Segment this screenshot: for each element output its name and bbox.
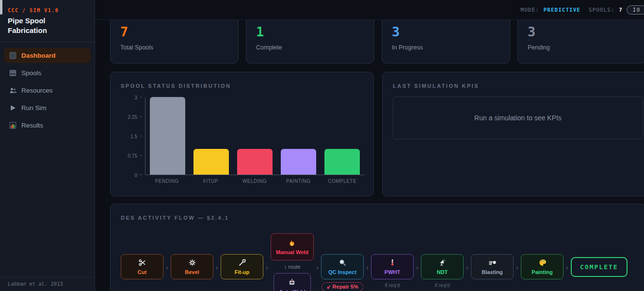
kpi-panel: LAST SIMULATION KPIS Run a simulation to… [382, 72, 644, 196]
robot-icon [288, 278, 296, 287]
panel-title: DES ACTIVITY FLOW — §2.4.1 [121, 215, 635, 221]
kpi-empty-text: Run a simulation to see KPIs [474, 114, 562, 122]
x-tick-label: FITUP [189, 178, 233, 184]
app-version: CCC / SIM V1.0 [8, 8, 87, 13]
conditional-note: if req'd [385, 282, 400, 288]
satellite-icon [438, 259, 447, 267]
route-label: ↕ route [284, 264, 301, 270]
x-tick-label: COMPLETE [321, 178, 364, 184]
dashboard-icon [9, 51, 17, 60]
y-axis: 00.751.52.253 [121, 97, 142, 175]
y-tick-label: 3 [134, 95, 137, 100]
stat-label: Total Spools [120, 44, 228, 51]
panel-title: LAST SIMULATION KPIS [393, 83, 643, 89]
flow-node-auto-weld: Auto Weld [274, 273, 310, 291]
app-title: Pipe Spool Fabrication [8, 16, 61, 35]
sidebar: CCC / SIM V1.0 Pipe Spool Fabrication Da… [0, 0, 95, 291]
stat-card-total-spools: 7 Total Spools [110, 20, 239, 64]
spools-label: SPOOLS: [589, 7, 614, 13]
sidebar-item-dashboard[interactable]: Dashboard [4, 48, 91, 63]
people-icon [9, 86, 17, 95]
sidebar-item-spools[interactable]: Spools [4, 65, 91, 81]
main-area: MODE: PREDICTIVE SPOOLS: 7 IO 7 Total Sp… [95, 0, 644, 291]
stat-label: Complete [256, 44, 364, 51]
flow-node-label: QC Inspect [328, 269, 356, 275]
flow-node-label: NDT [437, 269, 448, 275]
thermometer-icon [388, 259, 397, 267]
magnifier-icon [338, 259, 347, 267]
bar-pending [150, 97, 185, 175]
flow-node-pwht: PWHT [371, 254, 414, 279]
y-tick-label: 0 [134, 173, 137, 178]
pwht-group: PWHT if req'd [371, 254, 414, 279]
qc-group: QC Inspect ↙ Repair 5% [321, 254, 364, 279]
io-toggle[interactable]: IO [627, 5, 644, 15]
x-tick-label: WELDING [233, 178, 276, 184]
mode-label: MODE: [521, 7, 539, 13]
y-tick-label: 0.75 [128, 153, 137, 159]
chevron-right-icon: › [564, 263, 571, 271]
flow-node-painting: Painting [521, 254, 564, 279]
bar-complete [324, 149, 360, 175]
play-icon [9, 104, 17, 112]
sidebar-item-run-sim[interactable]: Run Sim [4, 100, 91, 115]
stats-row: 7 Total Spools 1 Complete 3 In Progress … [110, 20, 629, 64]
sidebar-item-label: Resources [21, 87, 53, 94]
des-flow-panel: DES ACTIVITY FLOW — §2.4.1 Cut › Bevel [110, 204, 644, 291]
stat-card-in-progress: 3 In Progress [382, 20, 510, 64]
flow-node-label: Bevel [185, 269, 199, 275]
flow-node-qc-inspect: QC Inspect [321, 254, 364, 279]
topbar: MODE: PREDICTIVE SPOOLS: 7 IO [95, 0, 644, 20]
sidebar-header: CCC / SIM V1.0 Pipe Spool Fabrication [0, 0, 95, 42]
x-axis-labels: PENDINGFITUPWELDINGPAINTINGCOMPLETE [145, 178, 364, 184]
content: 7 Total Spools 1 Complete 3 In Progress … [95, 20, 644, 291]
y-tick-label: 1.5 [130, 134, 137, 139]
stat-value: 3 [392, 24, 500, 39]
flow-node-ndt: NDT [421, 254, 464, 279]
wind-icon [488, 259, 497, 267]
flow-node-label: PWHT [385, 269, 400, 275]
flow-node-manual-weld: Manual Weld [271, 233, 314, 260]
chevron-right-icon: › [414, 263, 421, 271]
chevron-right-icon: › [464, 263, 471, 271]
scrollbar-thumb[interactable] [0, 0, 2, 15]
kpi-empty-state: Run a simulation to see KPIs [393, 97, 643, 139]
flow-node-label: Painting [531, 269, 552, 275]
gear-icon [188, 259, 196, 267]
spools-count: 7 [619, 7, 622, 13]
stat-label: Pending [528, 44, 636, 51]
flow-diagram: Cut › Bevel › Fit-up [121, 233, 635, 291]
scissors-icon [138, 259, 146, 267]
y-tick-label: 2.25 [128, 114, 137, 120]
sidebar-item-results[interactable]: Results [4, 118, 91, 133]
status-bar-chart: 00.751.52.253 PENDINGFITUPWELDINGPAINTIN… [145, 97, 364, 184]
x-tick-label: PAINTING [276, 178, 320, 184]
stat-value: 3 [528, 24, 636, 39]
chevron-right-icon: › [364, 263, 371, 271]
sidebar-item-label: Spools [21, 69, 41, 77]
sidebar-item-label: Results [21, 122, 43, 129]
bar-fitup [193, 149, 229, 175]
stat-card-complete: 1 Complete [246, 20, 374, 64]
flow-node-bevel: Bevel [171, 254, 213, 279]
sidebar-item-label: Run Sim [21, 104, 47, 112]
stat-value: 1 [256, 24, 364, 39]
ndt-group: NDT if req'd [421, 254, 464, 279]
flow-node-label: Manual Weld [276, 249, 308, 255]
chevron-right-icon: › [263, 263, 271, 271]
bar-painting [281, 149, 316, 175]
sidebar-item-resources[interactable]: Resources [4, 83, 91, 98]
flow-node-cut: Cut [121, 254, 163, 279]
bar-chart-icon [9, 121, 17, 129]
fire-icon [288, 239, 296, 247]
flow-node-label: Cut [138, 269, 146, 275]
grid-icon [9, 69, 17, 77]
citation: Labban et al. 2013 [0, 277, 95, 291]
panel-title: SPOOL STATUS DISTRIBUTION [121, 83, 363, 89]
repair-badge: ↙ Repair 5% [322, 282, 363, 291]
wrench-icon [238, 259, 246, 267]
conditional-note: if req'd [435, 282, 450, 288]
chevron-right-icon: › [514, 263, 521, 271]
mode-value: PREDICTIVE [544, 7, 580, 13]
spool-status-panel: SPOOL STATUS DISTRIBUTION 00.751.52.253 … [110, 72, 374, 196]
